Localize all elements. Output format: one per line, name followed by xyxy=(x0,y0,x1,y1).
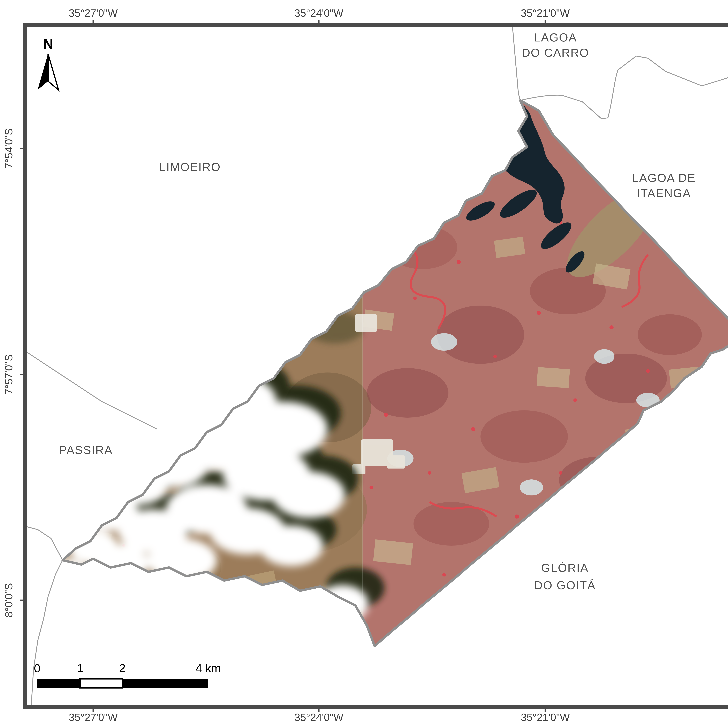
svg-text:35°21'0"W: 35°21'0"W xyxy=(521,7,570,19)
svg-text:8°0'0"S: 8°0'0"S xyxy=(3,583,15,617)
svg-text:35°24'0"W: 35°24'0"W xyxy=(294,7,343,19)
map-frame xyxy=(23,23,728,708)
svg-text:35°27'0"W: 35°27'0"W xyxy=(69,7,118,19)
svg-text:35°27'0"W: 35°27'0"W xyxy=(69,711,118,722)
svg-text:35°21'0"W: 35°21'0"W xyxy=(521,711,570,722)
svg-text:35°24'0"W: 35°24'0"W xyxy=(294,711,343,722)
map-layout-page: LAGOA DO CARRO LIMOEIRO LAGOA DE ITAENGA… xyxy=(0,0,728,722)
svg-text:7°57'0"S: 7°57'0"S xyxy=(3,354,15,394)
svg-text:7°54'0"S: 7°54'0"S xyxy=(3,128,15,168)
